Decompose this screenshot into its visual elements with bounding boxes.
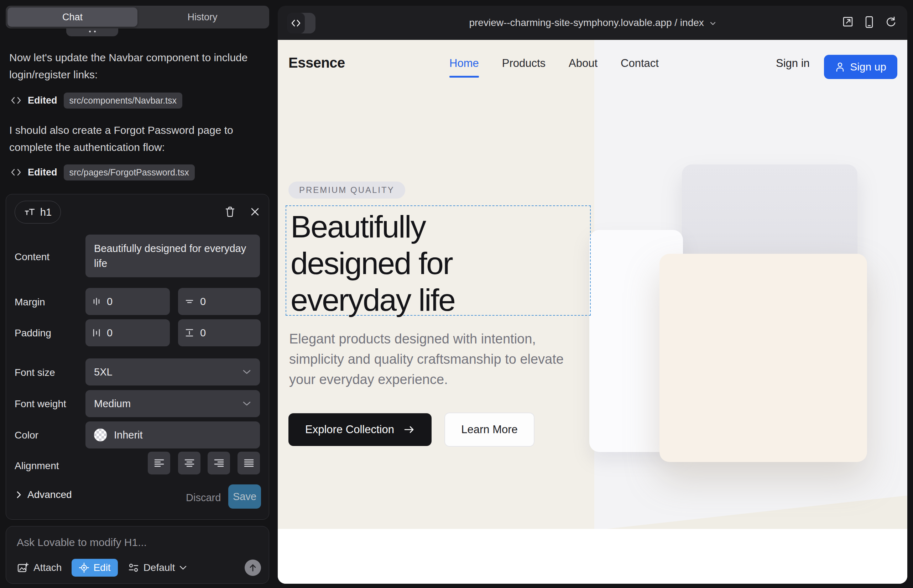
padding-y-input[interactable] xyxy=(200,327,243,339)
hero-diagonal-accent xyxy=(594,481,907,529)
arrow-right-icon xyxy=(403,425,415,434)
composer-input[interactable] xyxy=(17,536,252,549)
preview-url[interactable]: preview--charming-site-symphony.lovable.… xyxy=(278,17,907,29)
site-logo[interactable]: Essence xyxy=(288,55,345,71)
delete-element-button[interactable] xyxy=(223,204,238,219)
hero-heading[interactable]: Beautifully designed for everyday life xyxy=(291,208,455,318)
sliders-icon xyxy=(128,562,139,573)
nav-link-about[interactable]: About xyxy=(569,57,597,70)
content-textarea[interactable]: Beautifully designed for everyday life xyxy=(94,241,251,271)
edit-label: Edit xyxy=(93,562,110,573)
color-value: Inherit xyxy=(114,429,143,441)
attach-image-icon xyxy=(17,562,29,574)
margin-vertical-icon xyxy=(185,297,194,306)
hero-heading-line: Beautifully xyxy=(291,208,455,245)
open-external-button[interactable] xyxy=(842,16,854,29)
padding-y-field[interactable] xyxy=(178,319,261,346)
align-left-button[interactable] xyxy=(148,452,170,475)
learn-more-button[interactable]: Learn More xyxy=(444,412,534,447)
chevron-down-icon xyxy=(242,369,251,375)
align-justify-button[interactable] xyxy=(238,452,260,475)
browser-actions xyxy=(842,16,897,29)
content-field[interactable]: Beautifully designed for everyday life xyxy=(86,234,260,277)
chevron-right-icon xyxy=(16,491,22,499)
discard-button[interactable]: Discard xyxy=(186,492,221,504)
arrow-up-icon xyxy=(249,564,257,572)
refresh-button[interactable] xyxy=(884,16,897,29)
padding-x-input[interactable] xyxy=(107,327,149,339)
margin-y-field[interactable] xyxy=(178,288,261,315)
font-weight-label: Font weight xyxy=(15,398,66,410)
file-path-chip[interactable]: src/pages/ForgotPassword.tsx xyxy=(64,165,195,181)
chat-composer: Attach Edit Default xyxy=(6,526,269,584)
align-center-button[interactable] xyxy=(178,452,201,475)
attach-button[interactable]: Attach xyxy=(17,562,62,574)
margin-x-input[interactable] xyxy=(107,296,149,307)
color-label: Color xyxy=(15,430,39,441)
explore-collection-button[interactable]: Explore Collection xyxy=(288,413,432,446)
edit-mode-button[interactable]: Edit xyxy=(71,559,118,577)
mode-label: Default xyxy=(144,562,175,573)
alignment-label: Alignment xyxy=(15,460,59,472)
margin-x-field[interactable] xyxy=(86,288,170,315)
color-swatch xyxy=(94,428,107,441)
attach-label: Attach xyxy=(34,562,62,573)
font-size-select[interactable]: 5XL xyxy=(86,359,260,386)
chevron-down-icon xyxy=(179,565,187,570)
nav-link-home[interactable]: Home xyxy=(449,57,479,70)
url-separator: / xyxy=(672,17,680,28)
edited-file-row: Edited src/pages/ForgotPassword.tsx xyxy=(11,165,195,180)
color-select[interactable]: Inherit xyxy=(86,422,260,449)
composer-toolbar: Attach Edit Default xyxy=(17,559,261,577)
edited-label: Edited xyxy=(28,95,57,106)
nav-links: Home Products About Contact xyxy=(449,57,659,70)
chat-sidebar: Chat History Now let's update the Navbar… xyxy=(0,0,278,588)
mobile-view-button[interactable] xyxy=(864,16,874,29)
nav-link-contact[interactable]: Contact xyxy=(621,57,659,70)
margin-y-input[interactable] xyxy=(200,296,243,307)
mode-selector[interactable]: Default xyxy=(128,562,187,573)
close-panel-button[interactable] xyxy=(248,204,262,219)
hero-cta-row: Explore Collection Learn More xyxy=(288,413,534,447)
send-button[interactable] xyxy=(244,559,261,576)
font-weight-value: Medium xyxy=(94,398,131,410)
padding-x-field[interactable] xyxy=(86,319,170,346)
site-navbar: Essence Home Products About Contact Sign… xyxy=(278,40,907,90)
align-right-button[interactable] xyxy=(207,452,230,475)
chevron-down-icon xyxy=(242,401,251,407)
url-page: index xyxy=(680,17,704,28)
margin-horizontal-icon xyxy=(92,297,101,307)
text-style-icon xyxy=(24,207,36,218)
tab-history[interactable]: History xyxy=(138,8,267,27)
sign-up-label: Sign up xyxy=(850,61,886,73)
padding-horizontal-icon xyxy=(92,328,101,338)
target-icon xyxy=(79,562,89,573)
save-button[interactable]: Save xyxy=(228,485,261,509)
sidebar-tabs: Chat History xyxy=(6,6,269,29)
explore-collection-label: Explore Collection xyxy=(305,423,394,436)
align-center-icon xyxy=(184,458,195,468)
code-icon xyxy=(11,96,21,105)
advanced-label: Advanced xyxy=(28,489,72,501)
hero-heading-line: everyday life xyxy=(291,281,455,318)
preview-browser-bar: preview--charming-site-symphony.lovable.… xyxy=(278,6,907,40)
sign-in-link[interactable]: Sign in xyxy=(776,57,810,70)
hero-description: Elegant products designed with intention… xyxy=(289,329,578,390)
hero-card-cream xyxy=(659,254,867,462)
content-label: Content xyxy=(15,251,50,263)
edited-label: Edited xyxy=(28,167,57,178)
margin-label: Margin xyxy=(15,297,45,308)
lovable-workspace: Chat History Now let's update the Navbar… xyxy=(0,0,913,588)
hero-heading-line: designed for xyxy=(291,245,455,281)
advanced-toggle[interactable]: Advanced xyxy=(16,489,72,501)
padding-label: Padding xyxy=(15,328,51,339)
tab-chat[interactable]: Chat xyxy=(8,8,138,27)
sign-up-button[interactable]: Sign up xyxy=(824,55,897,79)
nav-link-products[interactable]: Products xyxy=(502,57,546,70)
scrolled-chip-remnant xyxy=(66,29,118,36)
rendered-page: Essence Home Products About Contact Sign… xyxy=(278,40,907,584)
url-host: preview--charming-site-symphony.lovable.… xyxy=(469,17,672,28)
font-weight-select[interactable]: Medium xyxy=(86,390,260,417)
font-size-value: 5XL xyxy=(94,366,113,378)
file-path-chip[interactable]: src/components/Navbar.tsx xyxy=(64,92,183,108)
